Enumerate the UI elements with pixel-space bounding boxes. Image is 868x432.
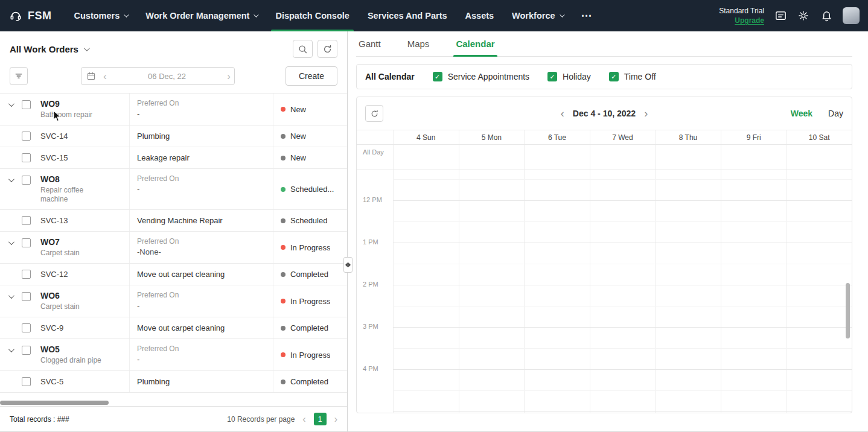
upgrade-link[interactable]: Upgrade (719, 16, 764, 25)
status-label: Scheduled (290, 216, 327, 225)
refresh-button[interactable] (318, 40, 337, 58)
range-prev-button[interactable]: ‹ (561, 108, 564, 119)
day-column-thu[interactable] (655, 170, 721, 413)
status-label: New (290, 153, 306, 162)
preferred-on-value: - (137, 109, 273, 118)
day-column-sat[interactable] (786, 170, 852, 413)
day-column-fri[interactable] (721, 170, 787, 413)
all-day-cell[interactable] (393, 145, 459, 170)
row-checkbox[interactable] (22, 323, 31, 332)
tab-gantt[interactable]: Gantt (359, 31, 381, 56)
table-row-svc5[interactable]: SVC-5 Plumbing Completed (0, 371, 347, 393)
nav-item-workforce[interactable]: Workforce (503, 0, 572, 31)
brand-text: FSM (28, 10, 52, 22)
nav-item-customers[interactable]: Customers (65, 0, 137, 31)
all-calendar-label[interactable]: All Calendar (365, 72, 415, 81)
all-day-cell[interactable] (524, 145, 590, 170)
all-day-cell[interactable] (786, 145, 852, 170)
search-button[interactable] (293, 40, 313, 58)
table-row-wo9[interactable]: WO9 Bathroom repair Preferred On - New (0, 94, 347, 125)
all-day-cell[interactable] (459, 145, 525, 170)
work-order-id: WO9 (40, 99, 92, 109)
day-column-wed[interactable] (590, 170, 656, 413)
app-logo[interactable]: FSM (8, 0, 52, 31)
settings-gear-icon[interactable] (797, 9, 810, 22)
calendar-refresh-button[interactable] (365, 105, 383, 122)
day-column-mon[interactable] (459, 170, 525, 413)
table-row-svc14[interactable]: SVC-14 Plumbing New (0, 125, 347, 147)
checkbox-checked-icon[interactable]: ✓ (547, 72, 557, 81)
row-checkbox[interactable] (22, 377, 31, 386)
row-checkbox[interactable] (22, 346, 31, 355)
calendar-time-grid[interactable]: 12 PM 1 PM 2 PM 3 PM 4 PM (357, 170, 852, 413)
collapse-chevron-icon[interactable] (8, 237, 22, 245)
nav-item-services-and-parts[interactable]: Services And Parts (359, 0, 456, 31)
collapse-chevron-icon[interactable] (8, 291, 22, 299)
service-id: SVC-9 (40, 323, 63, 332)
all-day-cell[interactable] (721, 145, 787, 170)
status-label: In Progress (290, 243, 330, 252)
tab-maps[interactable]: Maps (407, 31, 430, 56)
collapse-chevron-icon[interactable] (8, 174, 22, 182)
checkbox-checked-icon[interactable]: ✓ (609, 72, 619, 81)
collapse-chevron-icon[interactable] (8, 99, 22, 107)
view-week-button[interactable]: Week (791, 109, 812, 118)
all-day-cell[interactable] (590, 145, 656, 170)
row-checkbox[interactable] (22, 270, 31, 279)
nav-item-dispatch-console[interactable]: Dispatch Console (266, 0, 358, 31)
announcement-icon[interactable] (774, 9, 787, 22)
row-checkbox[interactable] (22, 176, 31, 185)
table-row-wo6[interactable]: WO6 Carpet stain Preferred On - In Progr… (0, 285, 347, 317)
table-row-svc12[interactable]: SVC-12 Move out carpet cleaning Complete… (0, 264, 347, 285)
day-column-tue[interactable] (524, 170, 590, 413)
row-checkbox[interactable] (22, 100, 31, 109)
row-checkbox[interactable] (22, 292, 31, 301)
date-picker[interactable]: ‹ 06 Dec, 22 › (81, 67, 235, 85)
date-next-button[interactable]: › (223, 71, 234, 81)
row-checkbox[interactable] (22, 153, 31, 162)
table-row-svc9[interactable]: SVC-9 Move out carpet cleaning Completed (0, 317, 347, 339)
table-row-wo8[interactable]: WO8 Repair coffee machine Preferred On -… (0, 169, 347, 210)
filter-button[interactable] (10, 67, 28, 85)
filter-holiday[interactable]: ✓ Holiday (547, 72, 591, 81)
nav-item-work-order-management[interactable]: Work Order Management (136, 0, 266, 31)
service-id: SVC-15 (40, 153, 68, 162)
user-avatar[interactable] (843, 7, 860, 24)
day-header-mon: 5 Mon (459, 130, 525, 144)
panel-resize-handle[interactable] (343, 257, 353, 273)
page-prev-button[interactable]: ‹ (302, 415, 305, 424)
table-row-svc13[interactable]: SVC-13 Vending Machine Repair Scheduled (0, 210, 347, 232)
view-selector[interactable]: All Work Orders (10, 44, 88, 54)
scheduler-panel: Gantt Maps Calendar All Calendar ✓ Servi… (348, 31, 868, 431)
row-checkbox[interactable] (22, 216, 31, 225)
trial-info: Standard Trial Upgrade (719, 6, 764, 25)
status-label: Completed (290, 377, 328, 386)
filter-time-off[interactable]: ✓ Time Off (609, 72, 656, 81)
page-number-badge[interactable]: 1 (314, 413, 327, 425)
service-id: SVC-5 (40, 377, 63, 386)
range-next-button[interactable]: › (644, 108, 648, 119)
view-selector-label: All Work Orders (10, 44, 78, 54)
table-row-wo7[interactable]: WO7 Carpet stain Preferred On -None- In … (0, 232, 347, 264)
nav-item-assets[interactable]: Assets (456, 0, 503, 31)
page-next-button[interactable]: › (334, 415, 337, 424)
table-row-wo5[interactable]: WO5 Clogged drain pipe Preferred On - In… (0, 339, 347, 371)
view-day-button[interactable]: Day (828, 109, 843, 118)
tab-calendar[interactable]: Calendar (456, 31, 494, 56)
row-checkbox[interactable] (22, 132, 31, 141)
all-day-cell[interactable] (655, 145, 721, 170)
horizontal-scrollbar-thumb[interactable] (0, 401, 109, 405)
create-button[interactable]: Create (286, 66, 337, 86)
filter-service-appointments[interactable]: ✓ Service Appointments (433, 72, 529, 81)
day-column-sun[interactable] (393, 170, 459, 413)
nav-more-button[interactable]: ⋯ (572, 0, 602, 31)
vertical-scrollbar-thumb[interactable] (846, 283, 850, 338)
date-prev-button[interactable]: ‹ (100, 71, 110, 81)
table-row-svc15[interactable]: SVC-15 Leakage repair New (0, 147, 347, 169)
collapse-chevron-icon[interactable] (8, 345, 22, 352)
row-checkbox[interactable] (22, 238, 31, 247)
status-dot (281, 187, 286, 192)
notifications-bell-icon[interactable] (820, 9, 833, 22)
checkbox-checked-icon[interactable]: ✓ (433, 72, 442, 81)
status-dot (281, 134, 286, 139)
